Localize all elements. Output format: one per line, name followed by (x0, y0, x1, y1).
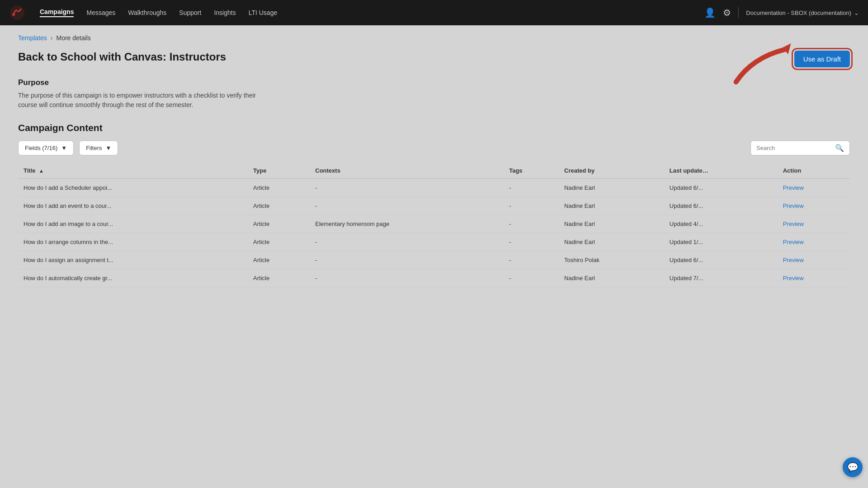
sort-icon: ▲ (39, 168, 44, 174)
nav-insights[interactable]: Insights (214, 9, 236, 16)
search-box[interactable]: 🔍 (750, 141, 850, 155)
cell-last-updated: Updated 6/... (664, 251, 778, 269)
campaign-content-section: Campaign Content Fields (7/16) ▼ Filters… (18, 122, 850, 287)
svg-point-0 (10, 5, 24, 20)
col-contexts: Contexts (310, 163, 504, 179)
table-body: How do I add a Scheduler appoi... Articl… (18, 179, 850, 287)
cell-title: How do I add a Scheduler appoi... (18, 179, 248, 197)
cell-created-by: Nadine Earl (559, 233, 664, 251)
draft-button-area: Use as Draft (794, 51, 850, 67)
account-selector[interactable]: Documentation - SBOX (documentation) ⌄ (746, 9, 859, 16)
svg-marker-2 (783, 43, 791, 54)
preview-link[interactable]: Preview (783, 221, 804, 227)
cell-type: Article (248, 179, 310, 197)
nav-links: Campaigns Messages Walkthroughs Support … (40, 8, 690, 17)
chat-widget[interactable]: 💬 (843, 457, 863, 477)
cell-title: How do I add an image to a cour... (18, 215, 248, 233)
settings-icon[interactable]: ⚙ (723, 7, 731, 18)
purpose-text: The purpose of this campaign is to empow… (18, 91, 271, 110)
breadcrumb-separator: › (51, 34, 53, 42)
breadcrumb-current: More details (56, 34, 90, 42)
cell-created-by: Nadine Earl (559, 179, 664, 197)
table-header: Title ▲ Type Contexts Tags Created by La… (18, 163, 850, 179)
nav-messages[interactable]: Messages (86, 9, 115, 16)
table-row: How do I arrange columns in the... Artic… (18, 233, 850, 251)
top-navigation: Campaigns Messages Walkthroughs Support … (0, 0, 868, 25)
chat-icon: 💬 (847, 462, 859, 473)
col-title[interactable]: Title ▲ (18, 163, 248, 179)
table-toolbar: Fields (7/16) ▼ Filters ▼ 🔍 (18, 141, 850, 155)
cell-created-by: Toshiro Polak (559, 251, 664, 269)
chevron-down-icon: ⌄ (854, 9, 859, 16)
col-action: Action (778, 163, 850, 179)
cell-type: Article (248, 251, 310, 269)
cell-contexts: Elementary homeroom page (310, 215, 504, 233)
page-header: Back to School with Canvas: Instructors … (18, 51, 850, 67)
cell-title: How do I arrange columns in the... (18, 233, 248, 251)
cell-action[interactable]: Preview (778, 251, 850, 269)
preview-link[interactable]: Preview (783, 202, 804, 209)
cell-created-by: Nadine Earl (559, 269, 664, 287)
col-tags: Tags (504, 163, 559, 179)
preview-link[interactable]: Preview (783, 184, 804, 191)
cell-title: How do I assign an assignment t... (18, 251, 248, 269)
cell-created-by: Nadine Earl (559, 197, 664, 215)
nav-campaigns[interactable]: Campaigns (40, 8, 74, 17)
cell-contexts: - (310, 233, 504, 251)
purpose-section: Purpose The purpose of this campaign is … (18, 78, 850, 110)
cell-action[interactable]: Preview (778, 179, 850, 197)
cell-action[interactable]: Preview (778, 233, 850, 251)
breadcrumb-templates-link[interactable]: Templates (18, 34, 47, 42)
purpose-label: Purpose (18, 78, 850, 87)
cell-last-updated: Updated 1/... (664, 233, 778, 251)
preview-link[interactable]: Preview (783, 239, 804, 245)
cell-tags: - (504, 233, 559, 251)
table-row: How do I automatically create gr... Arti… (18, 269, 850, 287)
cell-created-by: Nadine Earl (559, 215, 664, 233)
nav-support[interactable]: Support (179, 9, 201, 16)
cell-last-updated: Updated 7/... (664, 269, 778, 287)
cell-type: Article (248, 197, 310, 215)
page-title: Back to School with Canvas: Instructors (18, 51, 226, 63)
preview-link[interactable]: Preview (783, 257, 804, 263)
content-table: Title ▲ Type Contexts Tags Created by La… (18, 163, 850, 287)
nav-walkthroughs[interactable]: Walkthroughs (128, 9, 166, 16)
cell-type: Article (248, 233, 310, 251)
filters-label: Filters (86, 145, 102, 151)
cell-action[interactable]: Preview (778, 197, 850, 215)
svg-point-1 (12, 13, 15, 16)
nav-divider (738, 7, 739, 18)
fields-button[interactable]: Fields (7/16) ▼ (18, 141, 74, 155)
nav-lti-usage[interactable]: LTI Usage (249, 9, 278, 16)
search-input[interactable] (756, 145, 831, 151)
campaign-content-title: Campaign Content (18, 122, 850, 133)
nav-right-section: 👤 ⚙ Documentation - SBOX (documentation)… (704, 7, 859, 18)
cell-tags: - (504, 269, 559, 287)
cell-last-updated: Updated 4/... (664, 215, 778, 233)
use-as-draft-button[interactable]: Use as Draft (794, 51, 850, 67)
table-row: How do I add a Scheduler appoi... Articl… (18, 179, 850, 197)
cell-action[interactable]: Preview (778, 269, 850, 287)
cell-contexts: - (310, 251, 504, 269)
table-row: How do I add an event to a cour... Artic… (18, 197, 850, 215)
breadcrumb: Templates › More details (18, 34, 850, 42)
cell-tags: - (504, 197, 559, 215)
cell-last-updated: Updated 6/... (664, 197, 778, 215)
main-container: Templates › More details Back to School … (0, 25, 868, 488)
cell-contexts: - (310, 197, 504, 215)
filters-chevron-icon: ▼ (106, 145, 112, 151)
fields-chevron-icon: ▼ (61, 145, 67, 151)
cell-tags: - (504, 179, 559, 197)
table-row: How do I add an image to a cour... Artic… (18, 215, 850, 233)
cell-contexts: - (310, 269, 504, 287)
cell-type: Article (248, 215, 310, 233)
preview-link[interactable]: Preview (783, 275, 804, 282)
cell-action[interactable]: Preview (778, 215, 850, 233)
filters-button[interactable]: Filters ▼ (79, 141, 118, 155)
cell-title: How do I add an event to a cour... (18, 197, 248, 215)
user-icon[interactable]: 👤 (704, 7, 716, 18)
fields-label: Fields (7/16) (25, 145, 57, 151)
search-icon: 🔍 (835, 144, 844, 152)
cell-tags: - (504, 215, 559, 233)
table-row: How do I assign an assignment t... Artic… (18, 251, 850, 269)
